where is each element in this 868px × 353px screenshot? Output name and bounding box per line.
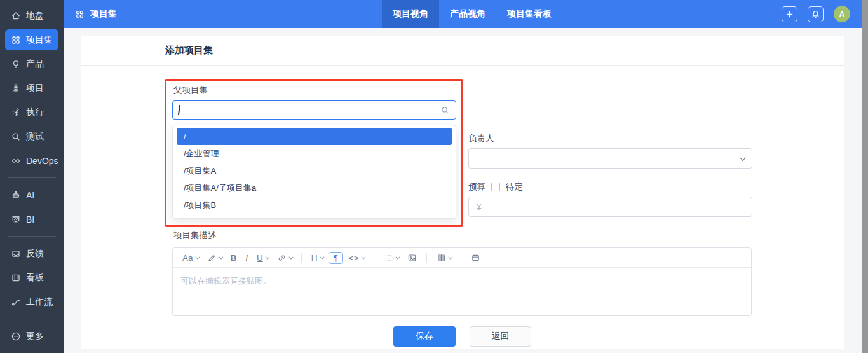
robot-icon [10,190,21,200]
panel-layout-button[interactable] [468,252,484,264]
dropdown-option-root[interactable]: / [177,128,452,145]
sidebar-item-ai[interactable]: AI [5,184,58,205]
sidebar-item-product[interactable]: 产品 [5,53,58,74]
save-button[interactable]: 保存 [393,326,456,347]
search-icon [440,106,450,115]
create-button[interactable] [782,6,797,22]
sidebar-item-label: 更多 [26,331,44,342]
sidebar-item-project[interactable]: 项目 [5,78,58,99]
toolbar-divider [301,253,302,263]
description-editor: Aa B I U H ¶ [172,247,752,316]
sidebar-item-bi[interactable]: BI [5,209,58,230]
sidebar-item-label: 测试 [26,131,44,142]
chart-board-icon [10,214,21,225]
kanban-icon [10,272,21,283]
tab-program-kanban[interactable]: 项目集看板 [496,0,562,28]
sidebar-item-label: 执行 [26,107,44,118]
sidebar-item-label: AI [26,190,34,200]
more-circle-icon [10,331,21,342]
chevron-down-icon [195,254,200,259]
user-avatar[interactable]: A [834,6,850,22]
bold-button[interactable]: B [227,252,240,264]
font-color-button[interactable] [204,252,225,264]
workflow-icon [10,296,21,307]
sidebar-item-execution[interactable]: 执行 [5,102,58,123]
sidebar-item-testing[interactable]: 测试 [5,126,58,147]
browser-scrollbar[interactable] [862,0,868,353]
dropdown-option[interactable]: /项目集A [177,162,452,179]
italic-button[interactable]: I [242,252,251,264]
sidebar-item-kanban[interactable]: 看板 [5,267,58,288]
toolbar-divider [426,253,427,263]
sidebar-item-home[interactable]: 地盘 [5,5,58,26]
grid-icon [10,34,21,45]
currency-symbol: ¥ [477,202,482,212]
chevron-down-icon [265,254,269,259]
budget-input[interactable]: ¥ [468,197,752,217]
chevron-down-icon [395,254,400,259]
sidebar-item-label: 产品 [26,59,44,70]
header-tabs: 项目视角 产品视角 项目集看板 [382,0,562,28]
toolbar-divider [374,253,374,263]
dropdown-option[interactable]: /企业管理 [177,145,452,162]
underline-button[interactable]: U [254,252,271,264]
form-body: 父项目集 / /企业管理 /项目集A /项目集A/子项目集a /项目集B [81,66,844,348]
table-button[interactable] [433,252,454,264]
header-app-title: 项目集 [90,8,117,20]
chevron-down-icon [288,254,293,259]
editor-placeholder: 可以在编辑器直接贴图。 [180,276,271,286]
owner-label: 负责人 [468,133,494,144]
heading-button[interactable]: H [308,252,326,264]
parent-program-search-input[interactable] [172,100,456,120]
tab-product-view[interactable]: 产品视角 [439,0,496,28]
code-button[interactable]: <> [346,252,367,264]
sidebar-divider [8,177,56,178]
editor-content-area[interactable]: 可以在编辑器直接贴图。 [173,268,751,294]
sidebar-item-program[interactable]: 项目集 [5,29,58,50]
budget-label: 预算 [468,181,485,193]
notifications-button[interactable] [808,6,824,22]
dropdown-option[interactable]: /项目集A/子项目集a [177,179,452,197]
plus-icon [785,10,794,18]
inbox-icon [10,248,21,259]
sidebar-item-devops[interactable]: DevOps [5,150,58,171]
budget-row: 预算 待定 [468,181,523,193]
font-family-button[interactable]: Aa [179,252,201,264]
back-button[interactable]: 返回 [470,326,531,347]
magnifier-icon [10,131,21,142]
toolbar-divider [461,253,461,263]
description-label: 项目集描述 [173,230,217,241]
dropdown-option[interactable]: /项目集B [177,197,452,214]
link-button[interactable] [274,252,295,264]
image-button[interactable] [404,252,420,264]
sidebar-item-workflow[interactable]: 工作流 [5,291,58,312]
parent-program-dropdown: / /企业管理 /项目集A /项目集A/子项目集a /项目集B [172,125,456,219]
tab-project-view[interactable]: 项目视角 [382,0,439,28]
sidebar-item-label: 项目集 [26,34,53,46]
sidebar-item-label: 看板 [26,272,44,284]
top-header: 项目集 项目视角 产品视角 项目集看板 A [64,0,862,28]
sidebar-item-label: 反馈 [26,248,44,260]
page-title: 添加项目集 [81,36,844,66]
paragraph-button[interactable]: ¶ [329,252,343,264]
owner-select[interactable] [468,148,752,169]
sidebar-item-feedback[interactable]: 反馈 [5,243,58,264]
grid-icon [75,10,85,19]
sidebar-item-more[interactable]: 更多 [5,326,58,347]
header-actions: A [782,0,850,28]
sidebar-item-label: 工作流 [26,296,53,308]
form-panel: 添加项目集 父项目集 / /企业管理 /项目集A [81,36,844,349]
text-caret [178,105,180,115]
chevron-down-icon [219,254,223,259]
runner-icon [10,107,21,118]
sidebar-item-label: BI [26,214,34,225]
chevron-down-icon [448,254,452,259]
chevron-down-icon [740,155,746,161]
bulb-icon [10,59,21,69]
home-icon [10,10,21,21]
sidebar-item-label: 地盘 [26,10,44,22]
tbd-checkbox[interactable] [491,183,500,191]
sidebar-item-label: 项目 [26,83,44,94]
sidebar: 地盘 项目集 产品 项目 执行 [0,0,64,353]
list-button[interactable] [381,252,402,264]
